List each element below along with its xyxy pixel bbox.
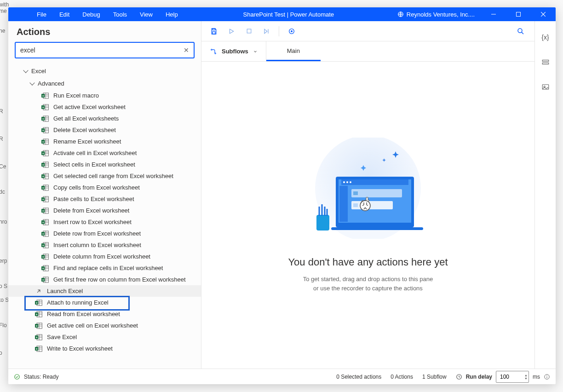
stop-button[interactable] xyxy=(241,23,257,39)
action-item[interactable]: xSelect cells in Excel worksheet xyxy=(8,159,201,170)
action-item[interactable]: xRead from Excel worksheet xyxy=(8,308,201,320)
action-label: Delete Excel worksheet xyxy=(53,127,116,133)
maximize-button[interactable] xyxy=(508,7,529,21)
record-button[interactable] xyxy=(284,23,299,39)
subflows-dropdown[interactable]: Subflows xyxy=(201,41,266,61)
group-label: Advanced xyxy=(38,80,64,87)
svg-point-174 xyxy=(547,375,547,376)
group-label: Excel xyxy=(31,68,46,75)
titlebar: FileEditDebugToolsViewHelp SharePoint Te… xyxy=(8,7,556,21)
svg-rect-158 xyxy=(353,203,358,207)
action-item[interactable]: xInsert column to Excel worksheet xyxy=(8,239,201,251)
action-item[interactable]: xInsert row to Excel worksheet xyxy=(8,216,201,228)
close-button[interactable] xyxy=(533,7,554,21)
svg-rect-161 xyxy=(316,215,329,231)
action-item[interactable]: xDelete Excel worksheet xyxy=(8,124,201,136)
org-switcher[interactable]: Reynolds Ventures, Inc.... xyxy=(393,11,479,18)
excel-icon: x xyxy=(41,93,49,98)
action-label: Rename Excel worksheet xyxy=(53,138,121,145)
window-title: SharePoint Test | Power Automate xyxy=(184,11,393,18)
action-label: Get first free row on column from Excel … xyxy=(53,276,186,283)
action-item[interactable]: xGet active Excel worksheet xyxy=(8,101,201,113)
launch-arrow-icon xyxy=(35,288,42,294)
excel-icon: x xyxy=(41,265,49,271)
action-item[interactable]: xWrite to Excel worksheet xyxy=(8,343,201,354)
action-item[interactable]: xDelete column from Excel worksheet xyxy=(8,251,201,262)
menu-help[interactable]: Help xyxy=(159,11,184,18)
actions-search[interactable]: ✕ xyxy=(15,42,195,58)
action-item[interactable]: xGet first free row on column from Excel… xyxy=(8,274,201,285)
svg-rect-137 xyxy=(213,29,215,30)
excel-icon: x xyxy=(41,104,49,110)
action-item[interactable]: xRun Excel macro xyxy=(8,90,201,101)
run-button[interactable] xyxy=(224,23,239,39)
menu-view[interactable]: View xyxy=(133,11,159,18)
action-item[interactable]: xGet selected cell range from Excel work… xyxy=(8,170,201,182)
svg-point-143 xyxy=(518,29,522,33)
variables-button[interactable]: {x} xyxy=(539,30,552,44)
action-label: Get active Excel worksheet xyxy=(53,104,126,110)
minimize-button[interactable] xyxy=(483,7,504,21)
action-item[interactable]: xDelete row from Excel worksheet xyxy=(8,228,201,239)
tree-group-excel[interactable]: Excel xyxy=(8,65,201,77)
action-item[interactable]: xPaste cells to Excel worksheet xyxy=(8,193,201,205)
action-label: Read from Excel worksheet xyxy=(47,311,120,317)
run-delay-input[interactable]: ▲▼ xyxy=(496,371,529,383)
action-item[interactable]: xActivate cell in Excel worksheet xyxy=(8,147,201,159)
action-item[interactable]: xRename Excel worksheet xyxy=(8,136,201,147)
search-input[interactable] xyxy=(20,46,184,54)
clear-search-icon[interactable]: ✕ xyxy=(184,46,189,54)
subflow-tabs: Subflows Main xyxy=(201,41,534,62)
svg-point-159 xyxy=(360,201,370,211)
menu-edit[interactable]: Edit xyxy=(53,11,76,18)
action-item[interactable]: xDelete from Excel worksheet xyxy=(8,205,201,216)
excel-icon: x xyxy=(41,139,49,144)
svg-rect-2 xyxy=(517,12,521,17)
excel-icon: x xyxy=(41,277,49,282)
flow-canvas[interactable]: You don't have any actions here yet To g… xyxy=(201,62,534,369)
menu-debug[interactable]: Debug xyxy=(76,11,106,18)
action-label: Get all Excel worksheets xyxy=(53,115,119,122)
check-circle-icon xyxy=(14,374,20,380)
clock-icon xyxy=(456,374,462,380)
svg-rect-168 xyxy=(542,85,549,90)
action-item[interactable]: xAttach to running Excel xyxy=(8,297,201,308)
delay-down[interactable]: ▼ xyxy=(524,377,528,380)
action-item[interactable]: xGet active cell on Excel worksheet xyxy=(8,320,201,331)
tree-group-advanced[interactable]: Advanced xyxy=(8,77,201,90)
svg-point-145 xyxy=(211,49,212,50)
action-label: Find and replace cells in Excel workshee… xyxy=(53,265,163,271)
save-button[interactable] xyxy=(206,23,222,39)
svg-rect-160 xyxy=(331,227,423,230)
images-button[interactable] xyxy=(539,80,552,94)
action-item[interactable]: xSave Excel xyxy=(8,331,201,343)
actions-tree: Excel Advanced xRun Excel macroxGet acti… xyxy=(8,63,201,369)
action-item[interactable]: xGet all Excel worksheets xyxy=(8,113,201,124)
action-label: Insert row to Excel worksheet xyxy=(53,219,132,225)
menu-tools[interactable]: Tools xyxy=(107,11,133,18)
excel-icon: x xyxy=(41,254,49,259)
action-item[interactable]: xCopy cells from Excel worksheet xyxy=(8,182,201,193)
ui-elements-button[interactable] xyxy=(539,55,552,69)
excel-icon: x xyxy=(41,185,49,190)
right-rail: {x} xyxy=(534,21,556,369)
action-label: Insert column to Excel worksheet xyxy=(53,242,141,248)
action-item[interactable]: Launch Excel xyxy=(8,285,201,297)
svg-rect-166 xyxy=(542,60,549,62)
status-text: Status: Ready xyxy=(24,374,58,380)
tab-main[interactable]: Main xyxy=(266,41,321,61)
svg-rect-139 xyxy=(247,29,251,33)
action-label: Run Excel macro xyxy=(53,92,99,99)
flow-icon xyxy=(210,48,217,55)
excel-icon: x xyxy=(41,150,49,156)
menu-file[interactable]: File xyxy=(30,11,53,18)
search-button[interactable] xyxy=(511,23,530,39)
excel-icon: x xyxy=(41,127,49,133)
excel-icon: x xyxy=(35,346,42,352)
delay-up[interactable]: ▲ xyxy=(524,374,528,377)
info-icon[interactable] xyxy=(544,374,550,380)
toolbar-divider xyxy=(279,26,279,36)
chevron-down-icon xyxy=(253,49,258,54)
action-item[interactable]: xFind and replace cells in Excel workshe… xyxy=(8,262,201,274)
step-button[interactable] xyxy=(259,23,274,39)
